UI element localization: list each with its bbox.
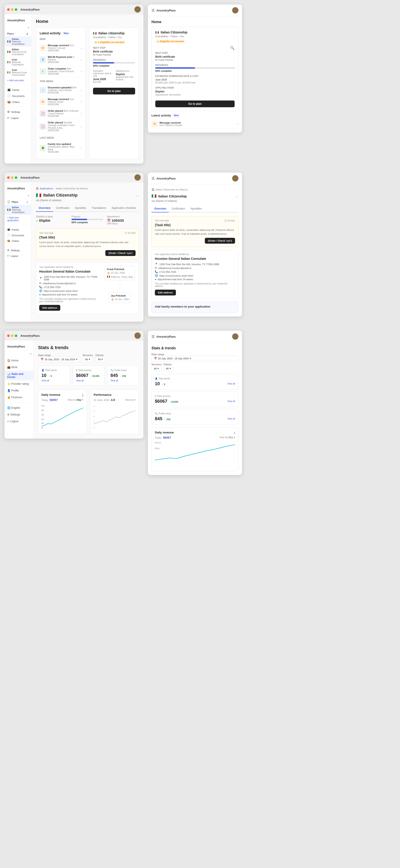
secondary-go-to-plan-btn[interactable]: Go to plan (155, 100, 235, 107)
total-revenue-view-all[interactable]: View all (76, 379, 101, 382)
tab-overview[interactable]: Overview (36, 205, 53, 212)
sec-clients-view-all[interactable]: View all (228, 382, 235, 386)
sec-order-btn[interactable]: {Order / Check 'xyz'} (205, 238, 235, 244)
plans-header[interactable]: Plans ▲ (4, 31, 31, 36)
stats-sidebar-profile[interactable]: 👤 Profile (4, 387, 33, 394)
total-clients-view-all[interactable]: View all (41, 379, 67, 382)
close-btn[interactable] (7, 8, 10, 11)
sidebar-item-orders[interactable]: 📦 Orders (4, 99, 31, 105)
activity-item-2[interactable]: ✓ Order complete Birth certificate | Fra… (40, 65, 82, 77)
more-options-icon[interactable]: ... (136, 193, 139, 197)
add-new-plan-btn[interactable]: + Add new plan (4, 78, 31, 83)
sidebar-item-italian-grandfather[interactable]: 🇮🇹 Italian Paternal Grandfather (4, 36, 31, 46)
sidebar-item-irish-greatgrandmother[interactable]: 🇮🇪 Irish Maternal Great Grandmother (4, 67, 31, 78)
citizenship-secondary-avatar[interactable] (232, 175, 238, 182)
hamburger-icon-3[interactable]: ☰ (152, 335, 155, 339)
maximize-btn-2[interactable] (15, 176, 17, 179)
stats-collapse-icon[interactable]: « (30, 352, 32, 355)
add-new-application-btn[interactable]: + Add new application (4, 215, 31, 223)
sec-info-icon: ℹ (234, 431, 235, 435)
home-secondary-window: ☰ AncestryPass Home 🇮🇹 Italian Citizensh… (148, 4, 242, 132)
secondary-activity-item[interactable]: ✉ Message received from Patriche | Unrea… (152, 119, 238, 129)
stats-sidebar-english[interactable]: 🌐 English (4, 404, 33, 411)
sidebar-item-settings[interactable]: ⚙ Settings (4, 109, 31, 115)
maximize-btn[interactable] (15, 8, 17, 11)
minimize-btn-3[interactable] (11, 335, 13, 337)
sidebar-item-family[interactable]: 👨‍👩‍👧 Family (4, 87, 31, 93)
family-icon: 👨‍👩‍👧 (7, 88, 11, 92)
order-check-btn[interactable]: {Order / Check 'xyz'} (105, 250, 136, 256)
activity-item-0[interactable]: ✉ Message received from Patriche | Unrea… (40, 42, 82, 54)
stats-sidebar-finances[interactable]: 💰 Finances (4, 394, 33, 401)
minimize-btn[interactable] (11, 8, 13, 11)
sidebar-item-settings-2[interactable]: ⚙ Settings (4, 247, 31, 253)
secondary-search-icon[interactable]: 🔍 (230, 46, 235, 50)
secondary-avatar[interactable] (232, 7, 238, 13)
tab-translations[interactable]: Translations (89, 205, 109, 212)
hamburger-icon-2[interactable]: ☰ (152, 176, 155, 181)
sec-clients-select[interactable]: All ▾ (163, 366, 173, 371)
activity-item-1[interactable]: $ $60.00 Payment sent to Patriche 05/05/… (40, 54, 82, 65)
sec-breadcrumb-current: Italian Citizenship via (Name) (156, 188, 188, 191)
edit-address-btn[interactable]: Edit address (39, 305, 60, 311)
sec-more-options[interactable]: ... (235, 194, 238, 198)
plan1-line2: Paternal Grandfather (12, 40, 29, 45)
services-select[interactable]: All ▾ (83, 356, 93, 362)
sec-date-range-select[interactable]: 📅 18 July, 2023 - 18 July 2024 ▾ (152, 355, 238, 361)
activity-item-7[interactable]: 🌳 Family tree updated Grandmother added … (40, 141, 82, 155)
collapse-icon[interactable]: « (28, 26, 29, 29)
clients-label: Clients (96, 354, 105, 356)
activity-item-6[interactable]: 📋 Order placed Apostille marriage certif… (40, 119, 82, 134)
activity-item-3[interactable]: ↑ Document uploaded Birth certificate | … (40, 84, 82, 96)
citizenship-avatar[interactable] (134, 174, 141, 181)
sidebar-item-italian-greatgrandfather[interactable]: 🇮🇹 Italian Paternal Great Grandfather (4, 46, 31, 57)
sidebar-item-documents-2[interactable]: 📄 Documents (4, 232, 31, 238)
sec-revenue-view-all[interactable]: View all (228, 400, 235, 404)
tab-checklist[interactable]: Application checklist (109, 205, 138, 212)
sec-edit-address-btn[interactable]: Edit address (155, 290, 176, 296)
close-btn-3[interactable] (7, 335, 10, 337)
stats-sidebar-home[interactable]: 🏠 Home (4, 357, 33, 364)
stats-sidebar-settings[interactable]: ⚙ Settings (4, 411, 33, 418)
close-btn-2[interactable] (7, 176, 10, 179)
profile-views-view-all[interactable]: View all (110, 379, 136, 382)
activity-item-5[interactable]: 📋 Order placed Birth certificate | Frank… (40, 108, 82, 119)
breadcrumb-applications[interactable]: Applications (40, 187, 53, 190)
sec-services-select[interactable]: All ▾ (152, 366, 162, 371)
sidebar-item-irish-grandfather[interactable]: 🇮🇪 Irish Maternal Grandfather (4, 57, 31, 67)
sidebar-item-italian-plan[interactable]: 🇮🇹 Italian Paternal Grandfather (4, 205, 31, 215)
activity-item-4[interactable]: ✉ Message received from Patriche | Read … (40, 96, 82, 108)
sidebar-item-orders-2[interactable]: 📦 Orders (4, 238, 31, 244)
eligibility-metric-label: Eligibility to apply (36, 215, 68, 218)
go-to-plan-btn[interactable]: Go to plan (93, 88, 135, 94)
tab-certificates[interactable]: Certificates (53, 205, 72, 212)
collapse-icon-2[interactable]: « (28, 194, 29, 197)
maximize-btn-3[interactable] (15, 335, 17, 337)
sidebar-item-logout[interactable]: ↩ Logout (4, 115, 31, 121)
stats-sidebar-rating[interactable]: ⭐ Provider rating (4, 380, 33, 387)
total-revenue-icon: $ Total revenue (76, 369, 101, 372)
stats-avatar[interactable] (134, 333, 141, 339)
stats-sidebar-logout[interactable]: ↩ Logout (4, 418, 33, 425)
tab-apostilles[interactable]: Apostilles (72, 205, 89, 212)
sec-views-view-all[interactable]: View all (228, 417, 235, 421)
hamburger-icon[interactable]: ☰ (152, 8, 155, 12)
sec-daily-period: Day (229, 436, 233, 439)
sidebar-item-documents[interactable]: 📄 Documents (4, 93, 31, 99)
sec-tab-apostilles[interactable]: Apostilles (188, 205, 204, 213)
user-avatar[interactable] (134, 6, 141, 12)
sec-italian-flag: 🇮🇹 (152, 194, 157, 198)
sidebar-item-family-2[interactable]: 👨‍👩‍👧 Family (4, 227, 31, 232)
next-step-section-label: Next step (93, 46, 135, 49)
sidebar-item-plans[interactable]: 📋 Plans ▲ (4, 199, 31, 205)
sec-tab-overview[interactable]: Overview (152, 205, 169, 213)
sec-tab-certificates[interactable]: Certificates (169, 205, 188, 213)
clients-select[interactable]: All ▾ (96, 356, 105, 362)
date-range-select[interactable]: 📅 18 July, 2023 - 18 July 2024 ▾ (38, 356, 80, 362)
minimize-btn-2[interactable] (11, 176, 13, 179)
secondary-logo: AncestryPass (157, 9, 230, 12)
stats-secondary-avatar[interactable] (232, 333, 238, 340)
sidebar-item-logout-2[interactable]: ↩ Logout (4, 253, 31, 259)
stats-sidebar-stats[interactable]: 📊 Stats and trends (4, 371, 33, 380)
stats-sidebar-work[interactable]: 💼 Work (4, 364, 33, 371)
